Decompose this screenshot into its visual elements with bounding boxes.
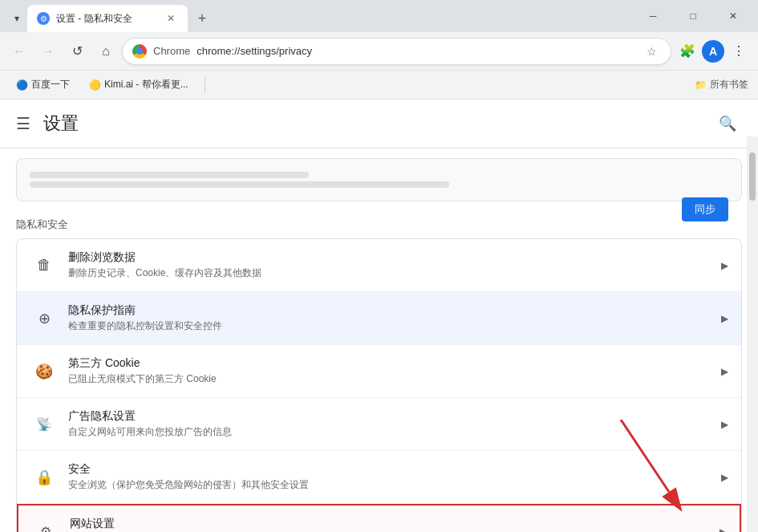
address-bar[interactable]: Chrome chrome://settings/privacy ☆ (122, 38, 671, 65)
row-third-party-cookie[interactable]: 🍪 第三方 Cookie 已阻止无痕模式下的第三方 Cookie ▶ (17, 345, 741, 398)
row-ad-privacy[interactable]: 📡 广告隐私设置 自定义网站可用来向您投放广告的信息 ▶ (17, 398, 741, 451)
cookie-icon: 🍪 (30, 357, 59, 386)
forward-btn[interactable]: → (35, 39, 61, 64)
bookmark-baiduyixia[interactable]: 🔵 百度一下 (10, 75, 76, 95)
row-title-privacy: 隐私保护指南 (68, 303, 721, 318)
tab-favicon (37, 12, 50, 25)
settings-content: 同步 隐私和安全 🗑 删除浏览数据 删除历史记录、Cookie、缓存内容及其他数… (0, 148, 758, 532)
baidu-label: 百度一下 (31, 78, 70, 91)
search-btn[interactable]: 🔍 (713, 109, 742, 138)
chevron-right-icon-cookie: ▶ (721, 366, 728, 377)
row-title-site: 网站设置 (70, 517, 719, 531)
bookmarks-bar: 🔵 百度一下 🟡 Kimi.ai - 帮你看更... 📁 所有书签 (0, 71, 758, 99)
browser-window: ▾ 设置 - 隐私和安全 ✕ + ─ □ ✕ ← → ↺ ⌂ Chrome ch… (0, 0, 758, 532)
nav-bar: ← → ↺ ⌂ Chrome chrome://settings/privacy… (0, 32, 758, 71)
toolbar-icons: 🧩 A ⋮ (675, 39, 752, 64)
settings-card: 🗑 删除浏览数据 删除历史记录、Cookie、缓存内容及其他数据 ▶ ⊕ 隐私保… (16, 238, 742, 532)
minimize-btn[interactable]: ─ (634, 3, 671, 29)
settings-header: ☰ 设置 🔍 (0, 99, 758, 148)
site-settings-icon: ⚙ (31, 518, 60, 533)
bookmark-star-icon[interactable]: ☆ (642, 42, 661, 61)
privacy-guide-icon: ⊕ (30, 304, 59, 333)
window-controls: ─ □ ✕ (634, 3, 752, 29)
tab-title: 设置 - 隐私和安全 (56, 12, 157, 26)
chevron-right-icon-clear: ▶ (721, 260, 728, 271)
active-tab[interactable]: 设置 - 隐私和安全 ✕ (27, 5, 188, 32)
row-content-clear: 删除浏览数据 删除历史记录、Cookie、缓存内容及其他数据 (68, 250, 721, 280)
row-content-ad: 广告隐私设置 自定义网站可用来向您投放广告的信息 (68, 409, 721, 439)
back-btn[interactable]: ← (6, 39, 32, 64)
user-avatar[interactable]: A (702, 40, 724, 63)
bookmarks-bar-right: 📁 所有书签 (695, 78, 748, 91)
chrome-logo-icon (132, 44, 147, 59)
scrollbar-thumb[interactable] (749, 152, 756, 201)
new-tab-btn[interactable]: + (191, 7, 213, 30)
row-subtitle-clear: 删除历史记录、Cookie、缓存内容及其他数据 (68, 266, 721, 280)
chevron-right-icon-ad: ▶ (721, 419, 728, 430)
row-content-privacy: 隐私保护指南 检查重要的隐私控制设置和安全控件 (68, 303, 721, 333)
settings-page: ☰ 设置 🔍 同步 隐私和安全 🗑 删除浏览数据 删除历史 (0, 99, 758, 532)
hamburger-menu-btn[interactable]: ☰ (16, 114, 30, 133)
kimi-label: Kimi.ai - 帮你看更... (104, 78, 188, 91)
kimi-icon: 🟡 (89, 79, 101, 91)
page-title: 设置 (43, 112, 79, 136)
chevron-right-icon-security: ▶ (721, 472, 728, 483)
row-content-security: 安全 安全浏览（保护您免受危险网站的侵害）和其他安全设置 (68, 462, 721, 492)
ad-privacy-icon: 📡 (30, 410, 59, 439)
partial-bar-1 (30, 172, 309, 178)
row-privacy-guide[interactable]: ⊕ 隐私保护指南 检查重要的隐私控制设置和安全控件 ▶ (17, 292, 741, 345)
row-subtitle-ad: 自定义网站可用来向您投放广告的信息 (68, 425, 721, 439)
url-text: chrome://settings/privacy (197, 45, 635, 57)
partial-bar-2 (30, 181, 449, 188)
tab-close-btn[interactable]: ✕ (164, 11, 178, 26)
tab-list-btn[interactable]: ▾ (6, 8, 27, 29)
chevron-right-icon-site: ▶ (719, 526, 727, 533)
close-btn[interactable]: ✕ (715, 3, 752, 29)
scrollbar[interactable] (747, 136, 758, 532)
row-title-cookie: 第三方 Cookie (68, 356, 721, 371)
folder-icon: 📁 (695, 79, 707, 91)
home-btn[interactable]: ⌂ (93, 39, 119, 64)
row-title-security: 安全 (68, 462, 721, 477)
top-partial-card: 同步 (16, 158, 742, 201)
row-subtitle-cookie: 已阻止无痕模式下的第三方 Cookie (68, 372, 721, 386)
menu-btn[interactable]: ⋮ (726, 39, 752, 64)
chevron-right-icon-privacy: ▶ (721, 313, 728, 324)
bookmarks-separator (205, 77, 205, 93)
extensions-btn[interactable]: 🧩 (675, 39, 700, 64)
all-bookmarks-label: 所有书签 (710, 78, 748, 91)
lock-icon: 🔒 (30, 463, 59, 492)
row-clear-browsing[interactable]: 🗑 删除浏览数据 删除历史记录、Cookie、缓存内容及其他数据 ▶ (17, 239, 741, 292)
address-icons: ☆ (642, 42, 661, 61)
row-title-ad: 广告隐私设置 (68, 409, 721, 424)
reload-btn[interactable]: ↺ (64, 39, 90, 64)
maximize-btn[interactable]: □ (675, 3, 711, 29)
chrome-label: Chrome (153, 45, 190, 57)
row-site-settings[interactable]: ⚙ 网站设置 控制网站可以使用和显示的信息（位置信息、摄像头、弹出式窗口等） ▶ (17, 504, 741, 532)
trash-icon: 🗑 (30, 251, 59, 280)
bookmark-kimi[interactable]: 🟡 Kimi.ai - 帮你看更... (83, 75, 195, 95)
row-title-clear: 删除浏览数据 (68, 250, 721, 265)
partial-action-btn[interactable]: 同步 (682, 197, 728, 221)
title-bar: ▾ 设置 - 隐私和安全 ✕ + ─ □ ✕ (0, 0, 758, 32)
row-security[interactable]: 🔒 安全 安全浏览（保护您免受危险网站的侵害）和其他安全设置 ▶ (17, 451, 741, 504)
baidu-icon: 🔵 (16, 79, 28, 91)
row-content-site: 网站设置 控制网站可以使用和显示的信息（位置信息、摄像头、弹出式窗口等） (70, 517, 719, 532)
row-subtitle-security: 安全浏览（保护您免受危险网站的侵害）和其他安全设置 (68, 478, 721, 492)
row-subtitle-privacy: 检查重要的隐私控制设置和安全控件 (68, 319, 721, 333)
row-content-cookie: 第三方 Cookie 已阻止无痕模式下的第三方 Cookie (68, 356, 721, 386)
section-label: 隐私和安全 (16, 217, 742, 232)
